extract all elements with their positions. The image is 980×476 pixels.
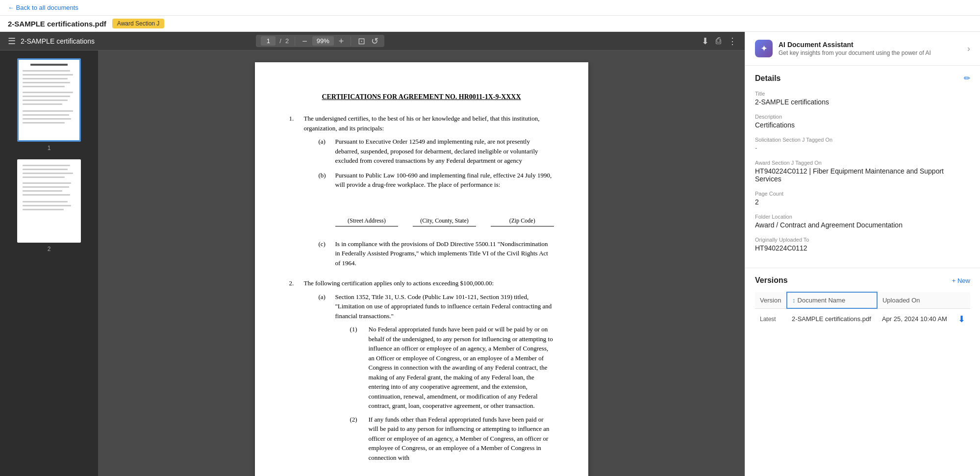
description-label: Description bbox=[755, 114, 970, 120]
version-badge: Latest bbox=[760, 316, 776, 323]
versions-header: Versions + New bbox=[755, 276, 970, 285]
toolbar-center: / 2 − + ⊡ ↺ bbox=[256, 35, 384, 47]
pdf-viewer: ☰ 2-SAMPLE certifications / 2 − + ⊡ ↺ ⬇ … bbox=[0, 32, 745, 476]
print-button[interactable]: ⎙ bbox=[716, 36, 721, 46]
versions-header-row: Version ↕Document Name Uploaded On bbox=[755, 292, 970, 308]
pdf-sublist-1: (a) Pursuant to Executive Order 12549 an… bbox=[304, 137, 554, 268]
pdf-item-2: 2. The following certification applies o… bbox=[289, 278, 554, 471]
versions-table: Version ↕Document Name Uploaded On Lates… bbox=[755, 292, 970, 329]
col-actions bbox=[953, 292, 970, 308]
sort-icon: ↕ bbox=[792, 297, 796, 304]
uploaded-cell: Apr 25, 2024 10:40 AM bbox=[877, 308, 953, 329]
signature-area: (Street Address) (City, County, State) (… bbox=[335, 204, 554, 226]
fit-page-button[interactable]: ⊡ bbox=[357, 37, 366, 46]
download-version-button[interactable]: ⬇ bbox=[958, 314, 965, 325]
new-version-button[interactable]: + New bbox=[952, 277, 970, 284]
pdf-item-1b: (b) Pursuant to Public Law 100-690 and i… bbox=[319, 171, 554, 234]
download-pdf-button[interactable]: ⬇ bbox=[702, 36, 709, 47]
versions-table-body: Latest 2-SAMPLE certifications.pdf Apr 2… bbox=[755, 308, 970, 329]
street-field: (Street Address) bbox=[335, 204, 399, 226]
page-total: 2 bbox=[285, 37, 289, 45]
details-header: Details ✏ bbox=[755, 74, 970, 83]
edit-icon[interactable]: ✏ bbox=[964, 74, 970, 83]
ai-chevron-icon: › bbox=[967, 44, 970, 54]
zoom-level-input[interactable] bbox=[312, 36, 334, 46]
sig-line-row: (Street Address) (City, County, State) (… bbox=[335, 204, 554, 226]
thumb-num-1: 1 bbox=[48, 145, 51, 151]
uploaded-label: Originally Uploaded To bbox=[755, 237, 970, 243]
versions-table-head: Version ↕Document Name Uploaded On bbox=[755, 292, 970, 308]
table-row: Latest 2-SAMPLE certifications.pdf Apr 2… bbox=[755, 308, 970, 329]
more-options-button[interactable]: ⋮ bbox=[728, 36, 737, 47]
pdf-toolbar: ☰ 2-SAMPLE certifications / 2 − + ⊡ ↺ ⬇ … bbox=[0, 32, 745, 50]
download-cell: ⬇ bbox=[953, 308, 970, 329]
uploaded-value: HT940224C0112 bbox=[755, 244, 970, 252]
docname-cell: 2-SAMPLE certifications.pdf bbox=[787, 308, 877, 329]
zoom-out-button[interactable]: − bbox=[301, 37, 308, 46]
page-separator: / bbox=[279, 37, 281, 45]
pdf-item-1: 1. The undersigned certifies, to the bes… bbox=[289, 114, 554, 273]
details-title: Details bbox=[755, 74, 780, 83]
pdf-sublist-2: (a) Section 1352, Title 31, U.S. Code (P… bbox=[304, 292, 554, 467]
page-input[interactable] bbox=[261, 36, 276, 46]
thumb-img-2 bbox=[17, 159, 81, 243]
zoom-in-button[interactable]: + bbox=[338, 37, 345, 46]
pdf-item-1c: (c) Is in compliance with the provisions… bbox=[319, 239, 554, 268]
col-version: Version bbox=[755, 292, 787, 308]
thumbnail-1[interactable]: 1 bbox=[17, 58, 81, 151]
title-value: 2-SAMPLE certifications bbox=[755, 98, 970, 106]
pdf-item-2a2: (2) If any funds other than Federal appr… bbox=[350, 415, 554, 463]
city-field: (City, County, State) bbox=[413, 204, 476, 226]
rotate-button[interactable]: ↺ bbox=[370, 37, 379, 46]
thumbnail-2[interactable]: 2 bbox=[17, 159, 81, 252]
detail-uploaded-row: Originally Uploaded To HT940224C0112 bbox=[755, 237, 970, 252]
pdf-item2-intro: The following certification applies only… bbox=[304, 279, 494, 287]
ai-text: AI Document Assistant Get key insights f… bbox=[779, 41, 931, 56]
ai-subtitle: Get key insights from your document usin… bbox=[779, 50, 931, 56]
award-section-label: Award Section J Tagged On bbox=[755, 160, 970, 166]
folder-label: Folder Location bbox=[755, 214, 970, 220]
back-link[interactable]: ← Back to all documents bbox=[8, 4, 78, 11]
versions-title: Versions bbox=[755, 276, 788, 285]
detail-award-section-row: Award Section J Tagged On HT940224C0112 … bbox=[755, 160, 970, 183]
pdf-item-1a: (a) Pursuant to Executive Order 12549 an… bbox=[319, 137, 554, 166]
detail-title-row: Title 2-SAMPLE certifications bbox=[755, 91, 970, 106]
doc-title-bar: 2-SAMPLE certifications.pdf Award Sectio… bbox=[0, 16, 980, 32]
title-label: Title bbox=[755, 91, 970, 97]
award-section-value: HT940224C0112 | Fiber Equipment Maintena… bbox=[755, 167, 970, 183]
folder-value: Award / Contract and Agreement Documenta… bbox=[755, 221, 970, 229]
detail-page-count-row: Page Count 2 bbox=[755, 191, 970, 206]
detail-folder-row: Folder Location Award / Contract and Agr… bbox=[755, 214, 970, 229]
pdf-thumbnails: 1 bbox=[0, 50, 98, 476]
detail-sol-section-row: Solicitation Section J Tagged On - bbox=[755, 137, 970, 152]
toolbar-left: ☰ 2-SAMPLE certifications bbox=[8, 36, 95, 47]
toolbar-divider-2 bbox=[351, 37, 351, 46]
version-cell: Latest bbox=[755, 308, 787, 329]
page-count-value: 2 bbox=[755, 198, 970, 206]
award-badge: Award Section J bbox=[112, 19, 165, 28]
versions-section: Versions + New Version ↕Document Name Up… bbox=[745, 268, 980, 337]
pdf-item-2a1: (1) No Federal appropriated funds have b… bbox=[350, 325, 554, 411]
page-count-label: Page Count bbox=[755, 191, 970, 197]
menu-button[interactable]: ☰ bbox=[8, 36, 16, 47]
pdf-nested-list: (1) No Federal appropriated funds have b… bbox=[335, 325, 554, 462]
ai-title: AI Document Assistant bbox=[779, 41, 931, 49]
pdf-page: CERTIFICATIONS FOR AGREEMENT NO. HR0011-… bbox=[255, 62, 588, 476]
pdf-item-2a: (a) Section 1352, Title 31, U.S. Code (P… bbox=[319, 292, 554, 467]
pdf-document-area[interactable]: CERTIFICATIONS FOR AGREEMENT NO. HR0011-… bbox=[98, 50, 745, 476]
toolbar-right: ⬇ ⎙ ⋮ bbox=[702, 36, 737, 47]
sol-section-label: Solicitation Section J Tagged On bbox=[755, 137, 970, 143]
right-panel: ✦ AI Document Assistant Get key insights… bbox=[745, 32, 980, 476]
toolbar-divider bbox=[295, 37, 295, 46]
details-section: Details ✏ Title 2-SAMPLE certifications … bbox=[745, 66, 980, 268]
ai-assistant-section[interactable]: ✦ AI Document Assistant Get key insights… bbox=[745, 32, 980, 66]
thumb-img-1 bbox=[17, 58, 81, 142]
pdf-content-area: 1 bbox=[0, 50, 745, 476]
thumb-num-2: 2 bbox=[48, 246, 51, 252]
pdf-title: 2-SAMPLE certifications bbox=[21, 37, 95, 45]
top-bar: ← Back to all documents bbox=[0, 0, 980, 16]
ai-icon: ✦ bbox=[755, 40, 773, 57]
pdf-item1-intro: The undersigned certifies, to the best o… bbox=[304, 115, 540, 132]
description-value: Certifications bbox=[755, 121, 970, 129]
zip-field: (Zip Code) bbox=[491, 204, 554, 226]
